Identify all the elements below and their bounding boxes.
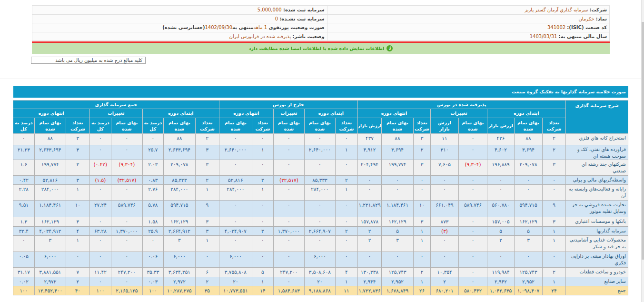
value-cell: ۱,۱۸۴,۴۶۱ — [34, 201, 66, 217]
column-header: درصد به کل — [13, 118, 34, 134]
value-cell: ۱ — [414, 227, 431, 236]
value-cell: ۱۰,۲۸۷,۲۷۵ — [163, 286, 195, 295]
value-cell: ۳ — [66, 176, 89, 185]
industry-row: واسطه‌گريهاي مالي و پولي۰۰۰۰۰۰۰۰۲۸۵,۳۳۳(… — [13, 176, 628, 185]
symbol-cell: نماد: خکرمان — [327, 14, 609, 23]
value-cell: ۱ — [335, 145, 357, 160]
value-cell: ۴,۶۰۲ — [487, 145, 515, 160]
portfolio-table: شرح سرمایه گذاریپذیرفته شده در بورسخارج … — [13, 100, 628, 295]
value-cell: ۰ — [273, 185, 304, 201]
value-cell: ۳۲.۴ — [13, 227, 34, 236]
value-cell: ۲,۹۴۲ — [487, 277, 515, 286]
value-cell: ۳۵ — [195, 286, 219, 295]
registered-capital-cell: سرمایه ثبت شده: 5,000,000 — [32, 6, 327, 15]
value-cell: ۰ — [219, 160, 252, 176]
value-cell: ۰ — [515, 185, 543, 201]
column-header: تعداد شرکت — [335, 118, 357, 134]
statement-period-cell: صورت وضعیت پورتفوی 1 ماهه‌منتهی به1402/0… — [32, 23, 327, 32]
industry-label: خودرو و ساخت قطعات — [566, 268, 628, 277]
value-cell: ۱۰,۳۵۴ — [431, 268, 459, 277]
value-cell: ۰ — [459, 236, 487, 252]
period-header: تغییرات — [273, 109, 304, 118]
value-cell: ۰ — [252, 236, 273, 252]
value-cell: ۰ — [414, 185, 431, 201]
column-header: بهای تمام شده — [163, 118, 195, 134]
value-cell: ۱ — [66, 185, 89, 201]
value-cell: ۹ — [195, 201, 219, 217]
value-cell: ۰ — [89, 236, 111, 252]
value-cell: ۰ — [357, 185, 381, 201]
section-divider — [0, 79, 641, 79]
value-cell: ۱۲,۴۵۲,۴۰۰ — [34, 286, 66, 295]
value-cell: ۱,۳۷۰,۰۰۰ — [111, 227, 142, 236]
value-cell: ۰ — [273, 217, 304, 227]
value-cell: ۰ — [252, 252, 273, 268]
value-cell: ۰ — [142, 236, 163, 252]
value-cell: ۰ — [335, 201, 357, 217]
statement-part-4: 1402/09/30 — [205, 25, 232, 30]
company-label: شرکت: — [590, 7, 607, 12]
value-cell: ۱,۶۷۸,۸۴۹ — [382, 286, 414, 295]
registered-capital-label: سرمایه ثبت شده: — [283, 7, 325, 12]
value-cell: ۰ — [252, 217, 273, 227]
value-cell: ۳,۶۹۴ — [382, 145, 414, 160]
value-cell: ۲ — [543, 134, 566, 145]
value-cell: ۰ — [459, 217, 487, 227]
value-cell: ۲,۹۵۲ — [515, 277, 543, 286]
value-cell: ۰ — [111, 277, 142, 286]
group-header: خارج از بورس — [219, 101, 357, 109]
scrollbar-thumb[interactable] — [642, 22, 644, 260]
value-cell: ۱۰ — [66, 201, 89, 217]
value-cell: ۴,۹۱۲ — [357, 145, 381, 160]
value-cell: ۰ — [543, 176, 566, 185]
value-cell: ۹ — [543, 201, 566, 217]
column-header: ارزش بازار — [487, 118, 515, 134]
value-cell: ۱۱ — [335, 286, 357, 295]
value-cell: ۲۷.۲۴ — [89, 201, 111, 217]
value-cell: ۳ — [195, 217, 219, 227]
value-cell: ۳ — [252, 227, 273, 236]
industry-row: محصولات غذایي و آشامیدني به جز قند و شکر… — [13, 236, 628, 252]
column-header: بهای تمام شده — [382, 118, 414, 134]
value-cell: ۸۸ — [515, 134, 543, 145]
value-cell: ۰ — [304, 160, 335, 176]
symbol-value: خکرمان — [578, 16, 594, 21]
period-header: انتهای دوره — [13, 109, 89, 118]
group-header: جمع سرمایه گذاری — [13, 101, 219, 109]
period-header: انتهای دوره — [219, 109, 273, 118]
value-cell: ۰ — [459, 145, 487, 160]
company-cell: شرکت: سرمایه گذاري آرمان گستر پاریز — [327, 6, 609, 15]
value-cell: ۴۰ — [66, 286, 89, 295]
value-cell: ۴,۰۳۴,۹۱۲ — [34, 227, 66, 236]
signature-notice: i اطلاعات نمایش داده شده با اطلاعات امضا… — [32, 43, 610, 54]
value-cell: ۰ — [515, 252, 543, 268]
value-cell: ۵ — [487, 227, 515, 236]
value-cell: ۳,۶۳۴,۳۵۱ — [163, 268, 195, 277]
value-cell: ۳,۸۸۱,۵۵۱ — [34, 268, 66, 277]
industry-label: سایر صنایع — [566, 277, 628, 286]
value-cell: ۰.۸۳ — [142, 176, 163, 185]
value-cell: ۱۴ — [252, 286, 273, 295]
value-cell: ۰ — [431, 185, 459, 201]
value-cell: ۰ — [431, 236, 459, 252]
value-cell: ۵۹۴,۷۱۵ — [163, 201, 195, 217]
value-cell: ۰ — [273, 236, 304, 252]
value-cell: ۰ — [111, 236, 142, 252]
value-cell: ۰.۰۲ — [13, 277, 34, 286]
column-header: درصد به کل — [142, 118, 163, 134]
value-cell: ۲۰ — [304, 277, 335, 286]
value-cell: ۸۸ — [34, 134, 66, 145]
value-cell: ۰ — [335, 236, 357, 252]
value-cell: ۰ — [89, 134, 111, 145]
value-cell: ۴ — [66, 227, 89, 236]
value-cell: ۰ — [89, 252, 111, 268]
column-header: تعداد شرکت — [543, 118, 566, 134]
value-cell: ۱ — [414, 236, 431, 252]
scrollbar[interactable] — [641, 0, 644, 302]
value-cell: ۰ — [459, 176, 487, 185]
industry-row: سرمایه گذاریها۱۵۵۰(۳)۱۵۲۲۲,۶۶۴,۹۰۷۱,۳۷۰,… — [13, 227, 628, 236]
isic-label: کد صنعت (ISIC): — [567, 25, 607, 30]
value-cell: ۲,۱۶۵,۱۲۵ — [111, 286, 142, 295]
statement-part-1: صورت وضعیت پورتفوی — [267, 25, 325, 30]
value-cell: ۲ — [66, 277, 89, 286]
